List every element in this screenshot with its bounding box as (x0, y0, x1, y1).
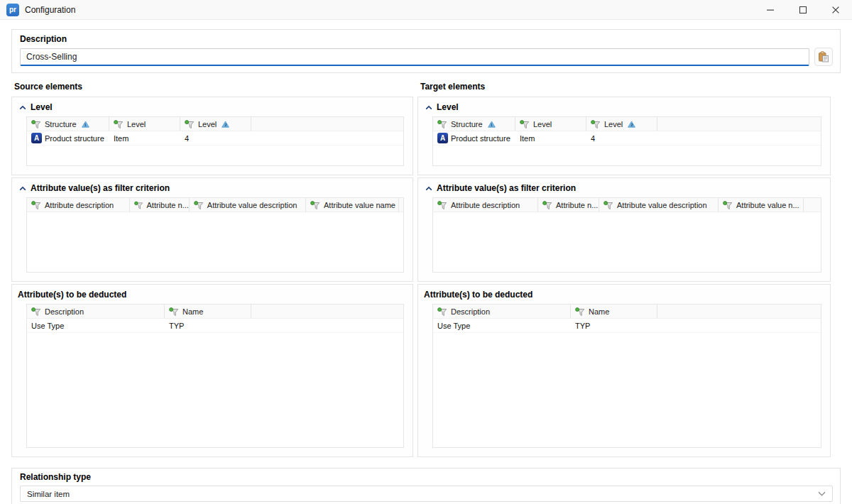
source-level-header[interactable]: Level (18, 100, 404, 114)
filter-icon[interactable] (31, 120, 41, 129)
column-header-name[interactable]: Name (165, 305, 251, 319)
column-label: Structure (451, 120, 483, 128)
target-filter-table: Attribute description Attribute n... Att… (432, 197, 821, 273)
collapse-icon[interactable] (425, 186, 432, 191)
target-filter-title: Attribute value(s) as filter criterion (437, 183, 576, 193)
filter-icon[interactable] (591, 120, 601, 129)
paste-button[interactable] (814, 48, 833, 66)
column-header-level[interactable]: Level (515, 117, 586, 131)
column-header-level[interactable]: Level (109, 117, 180, 131)
filter-icon[interactable] (520, 120, 530, 129)
source-level-table: Structure 1 Level (26, 116, 404, 166)
description-input[interactable] (20, 48, 809, 66)
column-header-description[interactable]: Description (433, 305, 571, 319)
column-label: Structure (45, 120, 77, 128)
column-header-attribute-description[interactable]: Attribute description (433, 198, 538, 212)
description-label: Description (20, 34, 833, 44)
target-level-panel: Level Structure 1 (417, 97, 831, 175)
table-header-row: Description Name (433, 305, 821, 319)
source-filter-header[interactable]: Attribute value(s) as filter criterion (18, 181, 404, 195)
cell-structure: Product structure (45, 134, 104, 143)
source-filter-panel: Attribute value(s) as filter criterion A… (11, 177, 413, 282)
table-header-row: Structure 1 Level (433, 117, 821, 131)
column-label: Attribute value n... (736, 201, 799, 209)
column-label: Attribute description (45, 201, 114, 209)
target-filter-header[interactable]: Attribute value(s) as filter criterion (424, 181, 821, 195)
source-deducted-panel: Attribute(s) to be deducted Description … (11, 284, 413, 457)
column-header-name[interactable]: Name (571, 305, 657, 319)
close-icon (832, 6, 839, 13)
relationship-type-label: Relationship type (20, 472, 833, 482)
column-header-attribute-name[interactable]: Attribute n... (538, 198, 599, 212)
cell-name: TYP (169, 322, 184, 330)
filter-icon[interactable] (169, 307, 179, 317)
filter-icon[interactable] (575, 307, 585, 317)
target-level-table: Structure 1 Level (432, 116, 821, 166)
column-header-description[interactable]: Description (27, 305, 165, 319)
column-header-level2[interactable]: Level 2 (180, 117, 251, 131)
structure-type-icon: A (31, 133, 42, 143)
clipboard-icon (818, 51, 829, 62)
filter-icon[interactable] (723, 201, 733, 210)
filter-icon[interactable] (31, 307, 41, 317)
column-label: Description (451, 307, 490, 316)
column-header-attribute-value-name[interactable]: Attribute value name (306, 198, 399, 212)
filter-icon[interactable] (185, 120, 195, 129)
source-filter-title: Attribute value(s) as filter criterion (31, 183, 170, 193)
column-header-empty (804, 198, 821, 212)
filter-icon[interactable] (437, 120, 447, 129)
column-header-level2[interactable]: Level 2 (586, 117, 657, 131)
table-header-row: Attribute description Attribute n... Att… (433, 198, 821, 212)
column-header-attribute-value-description[interactable]: Attribute value description (190, 198, 306, 212)
table-row[interactable]: Use Type TYP (27, 319, 403, 333)
target-deducted-header: Attribute(s) to be deducted (424, 287, 821, 302)
filter-icon[interactable] (437, 201, 447, 210)
column-header-structure[interactable]: Structure 1 (433, 117, 515, 131)
collapse-icon[interactable] (425, 105, 432, 110)
collapse-icon[interactable] (19, 105, 26, 110)
maximize-icon (799, 6, 807, 13)
collapse-icon[interactable] (19, 186, 26, 191)
target-level-header[interactable]: Level (424, 100, 821, 114)
cell-description: Use Type (437, 322, 470, 330)
column-label: Level (198, 120, 217, 128)
cell-level-number: 4 (591, 134, 595, 143)
filter-icon[interactable] (310, 201, 320, 210)
source-elements-column: Source elements Level Structure (11, 82, 413, 459)
filter-icon[interactable] (114, 120, 124, 129)
target-deducted-panel: Attribute(s) to be deducted Description … (417, 284, 831, 457)
filter-icon[interactable] (134, 201, 143, 210)
relationship-type-select[interactable]: Similar item (20, 486, 833, 502)
table-header-row: Structure 1 Level (27, 117, 403, 131)
close-button[interactable] (819, 0, 852, 20)
target-level-title: Level (437, 102, 459, 112)
description-panel: Description (11, 29, 841, 73)
configuration-window: pr Configuration Description (0, 0, 852, 504)
filter-icon[interactable] (437, 307, 447, 317)
column-label: Attribute value description (207, 201, 297, 209)
title-bar[interactable]: pr Configuration (0, 0, 852, 20)
filter-icon[interactable] (31, 201, 41, 210)
chevron-down-icon (818, 491, 826, 496)
column-header-attribute-value-description[interactable]: Attribute value description (599, 198, 719, 212)
column-header-attribute-description[interactable]: Attribute description (27, 198, 130, 212)
filter-icon[interactable] (194, 201, 204, 210)
column-header-structure[interactable]: Structure 1 (27, 117, 109, 131)
table-row[interactable]: A Product structure Item 4 (27, 131, 403, 146)
filter-icon[interactable] (542, 201, 552, 210)
cell-name: TYP (575, 322, 590, 330)
minimize-button[interactable] (754, 0, 787, 20)
column-header-attribute-value-name[interactable]: Attribute value n... (719, 198, 804, 212)
column-label: Attribute value description (617, 201, 707, 209)
sort-ascending-icon: 1 (82, 121, 89, 128)
column-label: Level (604, 120, 623, 128)
column-header-attribute-name[interactable]: Attribute n... (130, 198, 190, 212)
window-controls (754, 0, 852, 20)
cell-level: Item (520, 134, 535, 143)
target-deducted-title: Attribute(s) to be deducted (424, 290, 532, 300)
table-row[interactable]: Use Type TYP (433, 319, 821, 333)
column-header-empty (657, 305, 821, 319)
maximize-button[interactable] (787, 0, 819, 20)
filter-icon[interactable] (604, 201, 613, 210)
table-row[interactable]: A Product structure Item 4 (433, 131, 821, 146)
